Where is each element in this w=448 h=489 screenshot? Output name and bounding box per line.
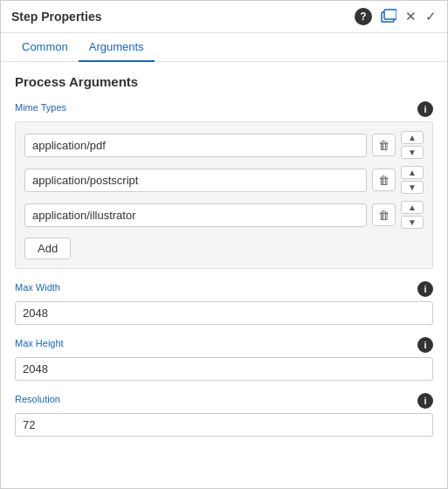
- svg-rect-1: [384, 10, 396, 19]
- tabs-bar: Common Arguments: [1, 33, 447, 62]
- add-mime-button[interactable]: Add: [24, 238, 71, 259]
- tab-arguments[interactable]: Arguments: [79, 33, 155, 62]
- delete-mime-1-button[interactable]: 🗑: [372, 134, 396, 156]
- move-up-1-button[interactable]: ▲: [401, 131, 424, 144]
- trash-icon-2: 🗑: [378, 174, 389, 187]
- title-bar: Step Properties ? ✕ ✓: [1, 1, 447, 33]
- section-title: Process Arguments: [15, 74, 433, 89]
- dialog-title: Step Properties: [11, 10, 101, 24]
- max-height-header: Max Height i: [15, 337, 433, 353]
- mime-types-group: Mime Types i 🗑 ▲ ▼ 🗑: [15, 101, 433, 269]
- mime-input-3[interactable]: [24, 203, 367, 227]
- mime-input-2[interactable]: [24, 169, 367, 192]
- resize-icon[interactable]: [381, 9, 396, 24]
- max-width-label: Max Width: [15, 282, 60, 293]
- max-height-group: Max Height i: [15, 337, 433, 381]
- check-icon[interactable]: ✓: [425, 9, 437, 24]
- move-buttons-2: ▲ ▼: [401, 166, 424, 194]
- max-width-info-icon[interactable]: i: [417, 281, 433, 297]
- move-down-3-button[interactable]: ▼: [401, 216, 424, 229]
- delete-mime-2-button[interactable]: 🗑: [372, 169, 396, 191]
- close-icon[interactable]: ✕: [405, 9, 417, 24]
- move-buttons-3: ▲ ▼: [401, 201, 424, 229]
- tab-common[interactable]: Common: [11, 33, 79, 62]
- max-width-group: Max Width i: [15, 281, 433, 325]
- content-area: Process Arguments Mime Types i 🗑 ▲ ▼: [1, 62, 447, 481]
- resolution-label: Resolution: [15, 394, 60, 404]
- mime-types-label: Mime Types: [15, 102, 66, 113]
- mime-row-3: 🗑 ▲ ▼: [24, 201, 424, 229]
- title-bar-icons: ? ✕ ✓: [355, 8, 437, 25]
- move-down-1-button[interactable]: ▼: [401, 146, 424, 159]
- resolution-group: Resolution i: [15, 393, 433, 437]
- max-width-input[interactable]: [15, 301, 433, 325]
- resolution-header: Resolution i: [15, 393, 433, 409]
- max-height-input[interactable]: [15, 357, 433, 381]
- trash-icon-1: 🗑: [378, 139, 389, 152]
- resolution-info-icon[interactable]: i: [417, 393, 433, 409]
- mime-types-info-icon[interactable]: i: [417, 101, 433, 117]
- max-width-header: Max Width i: [15, 281, 433, 297]
- trash-icon-3: 🗑: [378, 209, 389, 222]
- move-up-3-button[interactable]: ▲: [401, 201, 424, 214]
- delete-mime-3-button[interactable]: 🗑: [372, 203, 396, 226]
- mime-input-1[interactable]: [24, 134, 367, 157]
- mime-types-header: Mime Types i: [15, 101, 433, 117]
- mime-row-2: 🗑 ▲ ▼: [24, 166, 424, 194]
- resolution-input[interactable]: [15, 413, 433, 437]
- help-icon[interactable]: ?: [355, 8, 372, 25]
- max-height-info-icon[interactable]: i: [417, 337, 433, 353]
- mime-row-1: 🗑 ▲ ▼: [24, 131, 424, 159]
- max-height-label: Max Height: [15, 338, 64, 348]
- move-down-2-button[interactable]: ▼: [401, 181, 424, 194]
- move-up-2-button[interactable]: ▲: [401, 166, 424, 179]
- move-buttons-1: ▲ ▼: [401, 131, 424, 159]
- mime-types-list: 🗑 ▲ ▼ 🗑 ▲ ▼: [15, 121, 433, 269]
